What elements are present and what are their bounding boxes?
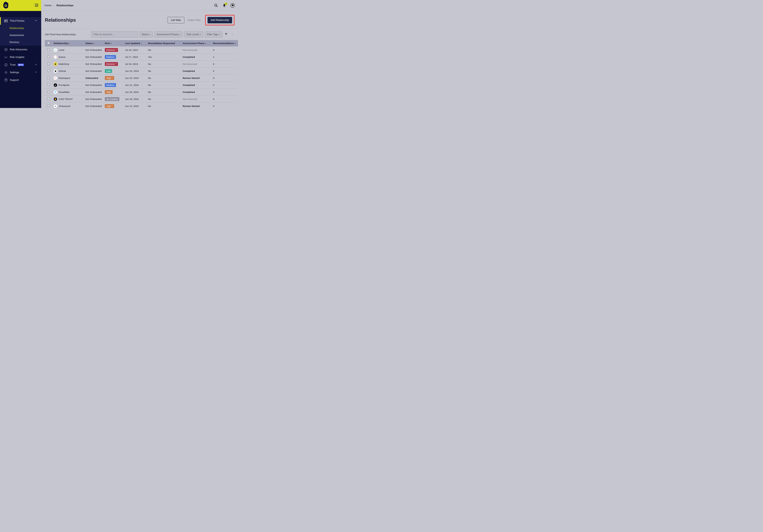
table-row[interactable]: xLexerNot OnboardedExtreme *Jul 19, 2024… — [45, 46, 238, 53]
risk-badge: Extreme * — [105, 48, 118, 52]
list-view-button[interactable]: List View — [167, 17, 184, 23]
risk-badge: Medium — [105, 55, 116, 59]
cell-relationship: rRackspace — [52, 75, 84, 82]
vendor-name: GitHub — [58, 70, 66, 72]
cell-status: Not Onboarded — [84, 96, 103, 103]
nav-trust[interactable]: Trust BETA — [0, 61, 41, 69]
profile-avatar[interactable] — [230, 3, 235, 8]
col-relationship[interactable]: Relationship⇅ — [52, 40, 84, 46]
col-assessment-phase[interactable]: Assessment Phase⇅ — [181, 40, 211, 46]
cell-last-updated: Jun 18, 2024 — [124, 96, 147, 103]
main-nav: Third Parties Relationships Assessments … — [0, 11, 41, 84]
cell-remediation: No — [147, 75, 181, 82]
table-row[interactable]: ✋VISO TRUSTNot OnboardedNo ContextJun 18… — [45, 96, 238, 103]
chevron-right-icon: › — [54, 4, 54, 7]
nav-support[interactable]: Support — [0, 76, 41, 84]
row-checkbox[interactable] — [45, 46, 52, 53]
nav-label: Third Parties — [10, 19, 24, 23]
risk-filter[interactable]: Risk Levels — [184, 32, 203, 38]
phases-filter[interactable]: Assessment Phases — [154, 32, 183, 38]
vendor-name: Asana — [58, 56, 65, 58]
table-row[interactable]: ❄SnowflakeNot OnboardedHighJun 20, 2024N… — [45, 89, 238, 96]
cell-remediation: No — [147, 89, 181, 96]
svg-point-3 — [6, 72, 7, 73]
svg-point-5 — [6, 81, 6, 81]
row-checkbox[interactable] — [45, 89, 52, 96]
nav-third-parties-sub: Relationships Assessments Directory — [0, 25, 41, 46]
col-remediation[interactable]: Remediation Requested — [147, 40, 181, 46]
vendor-logo-icon: p — [54, 83, 57, 87]
table-row[interactable]: ◐MailchimpNot OnboardedExtreme *Jul 16, … — [45, 60, 238, 67]
cell-remediation: No — [147, 60, 181, 67]
row-checkbox[interactable] — [45, 53, 52, 60]
vendor-name: Proofpoint — [58, 84, 69, 86]
highlighted-add-area: Add Relationship — [205, 15, 234, 25]
svg-point-6 — [215, 4, 217, 6]
col-status[interactable]: Status⇅ — [84, 40, 103, 46]
row-checkbox[interactable] — [45, 75, 52, 82]
cell-risk: High — [103, 89, 124, 96]
tags-filter[interactable]: Filter Tags — [205, 32, 222, 38]
chevron-down-icon — [35, 71, 37, 74]
nav-assessments[interactable]: Assessments — [0, 32, 41, 39]
row-checkbox[interactable] — [45, 103, 52, 108]
table-row[interactable]: ◉GitHubNot OnboardedLowJun 25, 2024NoCom… — [45, 67, 238, 75]
more-options-icon[interactable]: ⋮ — [230, 32, 234, 38]
cell-risk: Extreme * — [103, 60, 124, 67]
col-risk[interactable]: Risk⇅ — [103, 40, 124, 46]
status-filter[interactable]: Status — [139, 32, 153, 38]
view-toggle: List View Graph View Add Relationship — [167, 15, 234, 25]
search-icon[interactable] — [214, 3, 218, 8]
svg-rect-2 — [4, 20, 8, 22]
vendor-name: 1Password — [58, 105, 70, 108]
breadcrumb: Home › Relationships — [45, 4, 73, 7]
add-relationship-button[interactable]: Add Relationship — [208, 17, 232, 23]
crumb-current: Relationships — [56, 4, 73, 7]
cell-recommendations: 0 — [211, 96, 238, 103]
row-checkbox[interactable] — [45, 67, 52, 75]
nav-third-parties[interactable]: Third Parties — [0, 17, 41, 25]
vendor-logo-icon: ⋮⋮ — [54, 55, 57, 59]
cell-risk: Medium — [103, 82, 124, 89]
cell-recommendations: 0 — [211, 60, 238, 67]
cell-phase: Completed — [181, 82, 211, 89]
cell-remediation: No — [147, 67, 181, 75]
table-row[interactable]: rRackspaceOnboardedHigh *Jun 23, 2024NoR… — [45, 75, 238, 82]
row-checkbox[interactable] — [45, 60, 52, 67]
keyword-filter-input[interactable] — [91, 31, 138, 38]
cell-phase: Not Assessed — [181, 60, 211, 67]
table-row[interactable]: pProofpointNot OnboardedMediumJun 21, 20… — [45, 82, 238, 89]
shield-x-icon — [4, 48, 8, 51]
col-recommendations[interactable]: Recommendations⇅ — [211, 40, 238, 46]
nav-risk-insights[interactable]: Risk Insights — [0, 53, 41, 61]
select-all-header[interactable] — [45, 40, 52, 46]
table-row[interactable]: ●1PasswordNot OnboardedHigh *Jun 13, 202… — [45, 103, 238, 108]
crumb-home[interactable]: Home — [45, 4, 52, 7]
notifications-icon[interactable]: 3 — [222, 3, 226, 8]
col-last-updated[interactable]: Last Updated — [124, 40, 147, 46]
nav-settings[interactable]: Settings — [0, 69, 41, 76]
cell-relationship: ⋮⋮Asana — [52, 53, 84, 60]
top-actions: 3 — [214, 3, 235, 8]
funnel-icon[interactable] — [224, 32, 228, 38]
nav-relationships[interactable]: Relationships — [0, 25, 41, 32]
cell-relationship: ✋VISO TRUST — [52, 96, 84, 103]
row-checkbox[interactable] — [45, 82, 52, 89]
beta-badge: BETA — [18, 64, 24, 66]
help-circle-icon — [4, 78, 8, 82]
cell-last-updated: Jun 21, 2024 — [124, 82, 147, 89]
cell-last-updated: Jul 16, 2024 — [124, 60, 147, 67]
cell-relationship: ●1Password — [52, 103, 84, 108]
menu-toggle-icon[interactable] — [35, 4, 39, 7]
risk-badge: Low — [105, 69, 112, 73]
nav-risk-advisories[interactable]: Risk Advisories — [0, 46, 41, 53]
graph-view-button[interactable]: Graph View — [184, 17, 204, 23]
nav-directory[interactable]: Directory — [0, 39, 41, 46]
table-row[interactable]: ⋮⋮AsanaNot OnboardedMediumJul 17, 2024Ye… — [45, 53, 238, 60]
cell-status: Not Onboarded — [84, 60, 103, 67]
cell-recommendations: 2 — [211, 82, 238, 89]
cell-phase: Completed — [181, 53, 211, 60]
row-checkbox[interactable] — [45, 96, 52, 103]
cell-recommendations: 0 — [211, 75, 238, 82]
cell-recommendations: 0 — [211, 67, 238, 75]
